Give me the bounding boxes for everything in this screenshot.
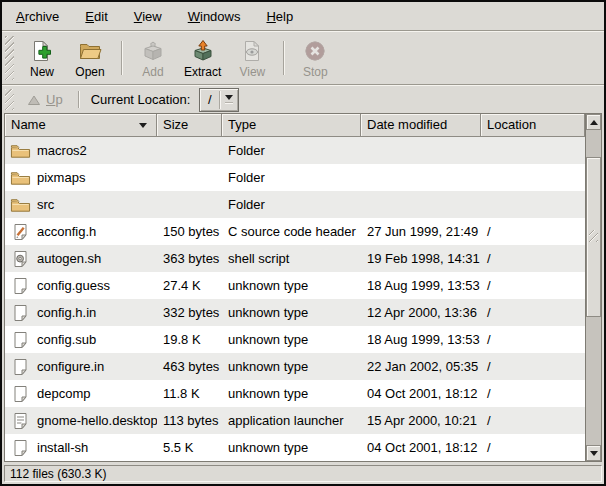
file-type: unknown type — [222, 386, 361, 401]
file-type: Folder — [222, 197, 361, 212]
table-row[interactable]: config.sub 19.8 K unknown type 18 Aug 19… — [5, 326, 585, 353]
location-combo[interactable]: / — [199, 88, 239, 112]
table-row[interactable]: depcomp 11.8 K unknown type 04 Oct 2001,… — [5, 380, 585, 407]
scroll-up-button[interactable] — [586, 114, 601, 130]
file-type: Folder — [222, 143, 361, 158]
file-type: Folder — [222, 170, 361, 185]
scrollbar-thumb[interactable] — [586, 157, 601, 317]
scroll-down-button[interactable] — [586, 445, 601, 461]
file-type: unknown type — [222, 332, 361, 347]
extract-button[interactable]: Extract — [177, 33, 228, 83]
scrollbar-track[interactable] — [586, 130, 601, 445]
table-row[interactable]: config.guess 27.4 K unknown type 18 Aug … — [5, 272, 585, 299]
column-header-location[interactable]: Location — [481, 114, 585, 137]
menu-help[interactable]: Help — [256, 4, 303, 29]
open-archive-icon — [78, 39, 102, 63]
toolbar-drag-handle[interactable] — [5, 36, 14, 80]
folder-icon — [10, 142, 31, 160]
doc-icon — [10, 358, 31, 376]
folder-icon — [10, 196, 31, 214]
view-button-label: View — [239, 65, 265, 79]
sort-indicator-icon — [139, 123, 147, 128]
file-type: unknown type — [222, 359, 361, 374]
stop-button-label: Stop — [303, 65, 328, 79]
file-size: 463 bytes — [157, 359, 222, 374]
menu-view[interactable]: View — [124, 4, 172, 29]
file-size: 113 bytes — [157, 413, 222, 428]
status-bar: 112 files (630.3 K) — [4, 465, 602, 482]
add-button-label: Add — [142, 65, 163, 79]
menu-edit[interactable]: Edit — [75, 4, 117, 29]
file-type: shell script — [222, 251, 361, 266]
combo-dropdown-icon — [220, 89, 238, 111]
table-row[interactable]: acconfig.h 150 bytes C source code heade… — [5, 218, 585, 245]
location-combo-value: / — [200, 89, 219, 111]
file-name: install-sh — [37, 440, 88, 455]
doc-gear-icon — [10, 250, 31, 268]
extract-button-label: Extract — [184, 65, 221, 79]
file-name: configure.in — [37, 359, 104, 374]
table-row[interactable]: gnome-hello.desktop 113 bytes applicatio… — [5, 407, 585, 434]
file-name: config.sub — [37, 332, 96, 347]
doc-icon — [10, 385, 31, 403]
file-date-modified: 27 Jun 1999, 21:49 — [361, 224, 481, 239]
file-date-modified: 04 Oct 2001, 18:12 — [361, 440, 481, 455]
table-row[interactable]: autogen.sh 363 bytes shell script 19 Feb… — [5, 245, 585, 272]
file-size: 5.5 K — [157, 440, 222, 455]
file-date-modified: 04 Oct 2001, 18:12 — [361, 386, 481, 401]
file-name: src — [37, 197, 54, 212]
open-button-label: Open — [75, 65, 104, 79]
file-type: C source code header — [222, 224, 361, 239]
scroll-down-icon — [590, 451, 598, 456]
file-date-modified: 15 Apr 2000, 10:21 — [361, 413, 481, 428]
file-location: / — [481, 413, 585, 428]
file-type: unknown type — [222, 305, 361, 320]
file-date-modified: 12 Apr 2000, 13:36 — [361, 305, 481, 320]
file-location: / — [481, 359, 585, 374]
new-archive-icon — [30, 39, 54, 63]
file-size: 150 bytes — [157, 224, 222, 239]
open-button[interactable]: Open — [66, 33, 114, 83]
table-row[interactable]: configure.in 463 bytes unknown type 22 J… — [5, 353, 585, 380]
doc-icon — [10, 277, 31, 295]
file-size: 11.8 K — [157, 386, 222, 401]
column-header-date-modified[interactable]: Date modified — [361, 114, 481, 137]
add-files-icon — [141, 39, 165, 63]
new-button[interactable]: New — [18, 33, 66, 83]
file-type: unknown type — [222, 440, 361, 455]
file-name: depcomp — [37, 386, 90, 401]
locationbar-drag-handle[interactable] — [5, 89, 14, 110]
scroll-up-icon — [590, 120, 598, 125]
table-row[interactable]: pixmaps Folder — [5, 164, 585, 191]
file-name: config.guess — [37, 278, 110, 293]
file-name: acconfig.h — [37, 224, 96, 239]
stop-button: Stop — [291, 33, 339, 83]
menu-windows[interactable]: Windows — [178, 4, 251, 29]
doc-pencil-icon — [10, 223, 31, 241]
file-date-modified: 19 Feb 1998, 14:31 — [361, 251, 481, 266]
file-date-modified: 18 Aug 1999, 13:53 — [361, 332, 481, 347]
doc-icon — [10, 304, 31, 322]
table-row[interactable]: macros2 Folder — [5, 137, 585, 164]
file-location: / — [481, 251, 585, 266]
table-row[interactable]: config.h.in 332 bytes unknown type 12 Ap… — [5, 299, 585, 326]
toolbar-separator — [283, 41, 284, 75]
column-header-type[interactable]: Type — [222, 114, 361, 137]
file-name: macros2 — [37, 143, 87, 158]
separator — [78, 91, 79, 108]
file-size: 27.4 K — [157, 278, 222, 293]
up-button: Up — [18, 89, 72, 110]
file-location: / — [481, 305, 585, 320]
column-header-size[interactable]: Size — [157, 114, 222, 137]
file-date-modified: 18 Aug 1999, 13:53 — [361, 278, 481, 293]
column-header-name[interactable]: Name — [5, 114, 157, 137]
doc-icon — [10, 439, 31, 457]
file-type: application launcher — [222, 413, 361, 428]
file-size: 332 bytes — [157, 305, 222, 320]
table-row[interactable]: src Folder — [5, 191, 585, 218]
file-size: 363 bytes — [157, 251, 222, 266]
current-location-label: Current Location: — [91, 92, 191, 107]
extract-archive-icon — [191, 39, 215, 63]
table-row[interactable]: install-sh 5.5 K unknown type 04 Oct 200… — [5, 434, 585, 461]
menu-archive[interactable]: Archive — [6, 4, 69, 29]
